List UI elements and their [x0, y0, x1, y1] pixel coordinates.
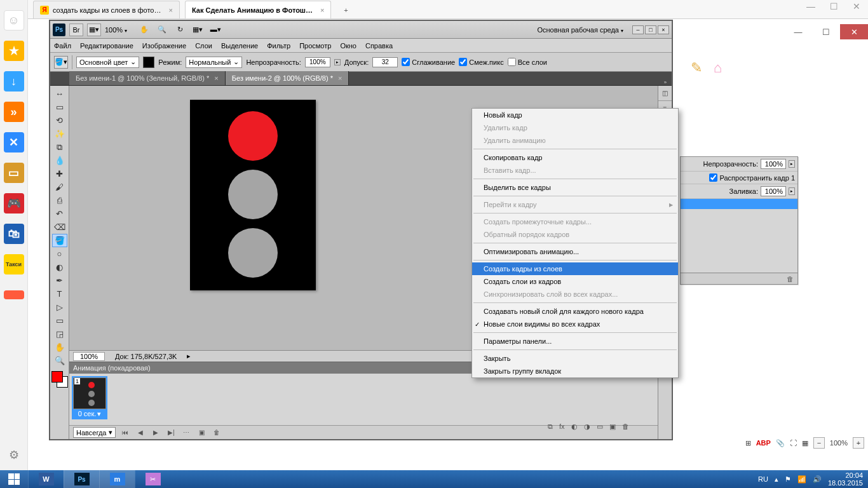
zoom-level[interactable]: 100% — [105, 26, 127, 34]
status-flyout[interactable]: ▸ — [187, 352, 191, 360]
new-tab-button[interactable]: + — [337, 2, 354, 18]
canvas-zoom[interactable]: 100% — [73, 352, 105, 361]
ctx-item[interactable]: Новые слои видимы во всех кадрах — [472, 318, 678, 330]
zoom-in-button[interactable]: + — [853, 437, 864, 449]
trash-icon[interactable]: 🗑 — [622, 423, 629, 431]
menu-layer[interactable]: Слои — [195, 42, 212, 50]
menu-image[interactable]: Изображение — [142, 42, 186, 50]
menu-help[interactable]: Справка — [365, 42, 393, 50]
taskbar-photoshop[interactable]: Ps — [64, 470, 99, 488]
taskbar-maxthon[interactable]: m — [99, 470, 135, 488]
play-button[interactable]: ▶ — [150, 428, 161, 438]
sb-games[interactable]: 🎮 — [0, 188, 28, 219]
ctx-item[interactable]: Закрыть — [472, 352, 678, 365]
zoom-tool-icon[interactable]: 🔍 — [155, 24, 169, 36]
selected-layer-row[interactable] — [681, 199, 797, 209]
move-tool[interactable]: ↔ — [52, 87, 67, 100]
start-button[interactable] — [0, 470, 28, 488]
doc-tab-1[interactable]: Без имени-2 @ 100% (RGB/8) * × — [226, 71, 349, 85]
zoom-out-button[interactable]: − — [813, 437, 825, 449]
bucket-tool[interactable]: 🪣 — [52, 234, 67, 247]
bucket-tool-icon[interactable]: 🪣▾ — [54, 56, 68, 69]
menu-filter[interactable]: Фильтр — [267, 42, 290, 50]
ctx-item[interactable]: Скопировать кадр — [472, 151, 678, 164]
doc-tab-0[interactable]: Без имени-1 @ 100% (Зеленый, RGB/8) * × — [69, 71, 226, 85]
trash-icon[interactable]: 🗑 — [787, 275, 794, 283]
all-layers-checkbox[interactable] — [508, 58, 516, 66]
clip-icon[interactable]: 📎 — [776, 439, 785, 447]
new-layer-icon[interactable]: ▣ — [609, 423, 616, 431]
rotate-view-icon[interactable]: ↻ — [173, 24, 187, 36]
ctx-item[interactable]: Параметры панели... — [472, 335, 678, 348]
folder-icon[interactable]: ▭ — [597, 423, 603, 431]
ctx-item[interactable]: Создать кадры из слоев — [472, 262, 678, 275]
hand-tool-icon[interactable]: ✋ — [137, 24, 151, 36]
fullscreen-icon[interactable]: ⛶ — [790, 439, 797, 447]
opacity-slider[interactable]: ▸ — [334, 59, 341, 65]
marquee-tool[interactable]: ▭ — [52, 100, 67, 114]
stamp-tool[interactable]: ⎙ — [52, 194, 67, 207]
opacity-value[interactable]: 100% — [761, 159, 786, 169]
color-swatches[interactable] — [51, 371, 68, 388]
close-button[interactable]: ✕ — [840, 24, 868, 39]
ctx-item[interactable]: Оптимизировать анимацию... — [472, 245, 678, 258]
menu-edit[interactable]: Редактирование — [80, 42, 133, 50]
eraser-tool[interactable]: ⌫ — [52, 220, 67, 234]
minimize-button[interactable]: – — [632, 25, 644, 34]
sb-plus[interactable] — [0, 280, 28, 310]
sb-tools[interactable]: ✕ — [0, 127, 28, 158]
tray-network-icon[interactable]: 📶 — [797, 475, 806, 484]
screen-mode-icon[interactable]: ▬▾ — [208, 24, 222, 36]
tween-button[interactable]: ⋯ — [180, 428, 192, 438]
heal-tool[interactable]: ✚ — [52, 167, 67, 180]
maximize-button[interactable]: □ — [645, 25, 656, 34]
tray-flag-icon[interactable]: ⚑ — [785, 475, 791, 484]
antialias-checkbox[interactable] — [402, 58, 410, 66]
shape-tool[interactable]: ▭ — [52, 314, 67, 327]
next-frame-button[interactable]: ▶| — [165, 428, 177, 438]
3d-tool[interactable]: ◲ — [52, 327, 67, 341]
contiguous-checkbox[interactable] — [459, 58, 467, 66]
close-button[interactable]: × — [658, 25, 669, 34]
tray-volume-icon[interactable]: 🔊 — [813, 475, 822, 484]
menu-window[interactable]: Окно — [340, 42, 356, 50]
maximize-button[interactable]: ☐ — [826, 1, 841, 11]
close-icon[interactable]: × — [320, 6, 324, 14]
close-button[interactable]: ✕ — [849, 1, 864, 11]
sb-rss[interactable]: » — [0, 97, 28, 127]
path-select-tool[interactable]: ▷ — [52, 301, 67, 314]
fill-value[interactable]: 100% — [761, 186, 786, 196]
minibridge-button[interactable]: ▦▾ — [87, 24, 101, 36]
loop-select[interactable]: Навсегда▾ — [73, 427, 116, 438]
arrange-icon[interactable]: ▦▾ — [191, 24, 205, 36]
zoom-tool[interactable]: 🔍 — [52, 354, 67, 367]
history-brush-tool[interactable]: ↶ — [52, 207, 67, 220]
ctx-item[interactable]: Выделить все кадры — [472, 181, 678, 194]
taskbar-word[interactable]: W — [28, 470, 64, 488]
hand-tool[interactable]: ✋ — [52, 341, 67, 354]
maximize-button[interactable]: ☐ — [812, 24, 840, 39]
tray-up-icon[interactable]: ▴ — [775, 475, 778, 484]
propagate-frame-checkbox[interactable] — [709, 173, 717, 182]
sb-star[interactable]: ★ — [0, 36, 28, 66]
grid-icon[interactable]: ▦ — [802, 439, 808, 447]
sb-settings[interactable]: ⚙ — [0, 440, 28, 470]
type-tool[interactable]: T — [52, 287, 67, 301]
sb-taxi[interactable]: Такси — [0, 249, 28, 280]
fx-icon[interactable]: fx — [559, 423, 565, 431]
minimize-button[interactable]: — — [803, 1, 818, 11]
adjust-icon[interactable]: ◑ — [584, 423, 590, 431]
frame-duration[interactable]: 0 сек.▾ — [73, 409, 106, 418]
menu-file[interactable]: Файл — [54, 42, 71, 50]
abp-icon[interactable]: ABP — [756, 439, 771, 447]
dodge-tool[interactable]: ◐ — [52, 261, 67, 274]
browser-tab-0[interactable]: Я создать кадры из слоев в фото… × — [33, 1, 180, 18]
first-frame-button[interactable]: ⏮ — [119, 428, 131, 438]
brush-tool[interactable]: 🖌 — [52, 180, 67, 194]
blend-mode-select[interactable]: Нормальный⌄ — [186, 57, 242, 68]
eyedropper-tool[interactable]: 💧 — [52, 154, 67, 167]
eraser-icon[interactable]: ⌂ — [714, 60, 722, 76]
ctx-item[interactable]: Новый кадр — [472, 109, 678, 121]
taskbar-snip[interactable]: ✂ — [135, 470, 170, 488]
ctx-item[interactable]: Создать слои из кадров — [472, 275, 678, 288]
